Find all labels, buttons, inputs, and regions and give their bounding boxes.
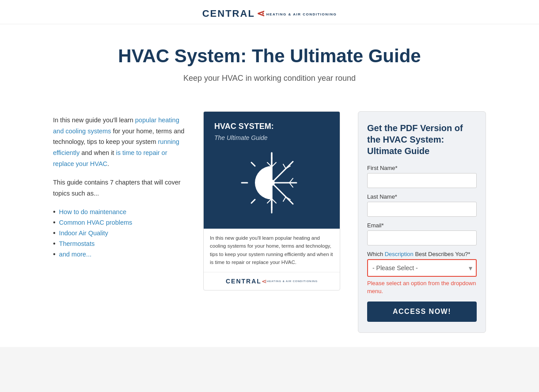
logo: CENTRAL⋖ HEATING & AIR CONDITIONING (202, 8, 337, 19)
last-name-input[interactable] (367, 202, 477, 217)
logo-tagline: HEATING & AIR CONDITIONING (266, 12, 337, 16)
email-label: Email* (367, 222, 477, 229)
center-column: HVAC SYSTEM: The Ultimate Guide (203, 111, 340, 333)
svg-line-14 (272, 183, 293, 204)
hero-subtitle: Keep your HVAC in working condition year… (9, 74, 530, 83)
email-input[interactable] (367, 230, 477, 245)
svg-line-4 (251, 162, 255, 166)
book-logo-text: CENTRAL (226, 278, 262, 285)
svg-line-13 (272, 162, 293, 183)
last-name-group: Last Name* (367, 193, 477, 217)
right-column: Get the PDF Version of the HVAC System: … (358, 111, 486, 333)
last-name-label: Last Name* (367, 193, 477, 200)
book-description: In this new guide you'll learn popular h… (204, 229, 340, 272)
book-cover-subtitle: The Ultimate Guide (214, 134, 329, 141)
form-card: Get the PDF Version of the HVAC System: … (358, 111, 486, 333)
book-cover: HVAC SYSTEM: The Ultimate Guide (204, 112, 340, 229)
book-cover-title: HVAC SYSTEM: (214, 121, 329, 132)
book-logo-icon: ⋖ (262, 278, 267, 285)
logo-text: CENTRAL (202, 8, 255, 19)
main-content: In this new guide you'll learn popular h… (0, 97, 539, 347)
hero-section: HVAC System: The Ultimate Guide Keep you… (0, 24, 539, 97)
error-message: Please select an option from the dropdow… (367, 279, 477, 295)
book-logo: CENTRAL⋖ HEATING & AIR CONDITIONING (204, 272, 340, 290)
list-item: and more... (53, 249, 186, 260)
signup-form: First Name* Last Name* Email* Which Desc… (367, 165, 477, 322)
list-item: How to do maintenance (53, 207, 186, 217)
svg-line-6 (251, 200, 255, 203)
intro-paragraph-1: In this new guide you'll learn popular h… (53, 115, 186, 169)
page-title: HVAC System: The Ultimate Guide (9, 45, 530, 67)
link-maintenance[interactable]: How to do maintenance (59, 208, 126, 215)
email-group: Email* (367, 222, 477, 245)
dropdown-label: Which Description Best Describes You?* (367, 251, 477, 257)
hvac-graphic (232, 148, 311, 215)
svg-line-24 (283, 197, 286, 201)
form-title: Get the PDF Version of the HVAC System: … (367, 122, 477, 157)
first-name-input[interactable] (367, 173, 477, 188)
book-logo-sub: HEATING & AIR CONDITIONING (267, 280, 318, 283)
first-name-group: First Name* (367, 165, 477, 188)
link-more[interactable]: and more... (59, 251, 91, 258)
svg-line-22 (283, 164, 286, 169)
svg-rect-8 (272, 148, 311, 215)
dropdown-group: Which Description Best Describes You?* -… (367, 251, 477, 295)
list-item: Indoor Air Quality (53, 228, 186, 238)
left-column: In this new guide you'll learn popular h… (53, 111, 186, 333)
intro-paragraph-2: This guide contains 7 chapters that will… (53, 177, 186, 199)
link-popular-systems[interactable]: popular heating and cooling systems (53, 117, 179, 135)
list-item: Common HVAC problems (53, 217, 186, 228)
first-name-label: First Name* (367, 165, 477, 171)
link-common-problems[interactable]: Common HVAC problems (59, 219, 133, 226)
submit-button[interactable]: ACCESS NOW! (367, 302, 477, 322)
link-air-quality[interactable]: Indoor Air Quality (59, 230, 108, 237)
logo-icon: ⋖ (257, 8, 265, 19)
site-header: CENTRAL⋖ HEATING & AIR CONDITIONING (0, 0, 539, 24)
list-item: Thermostats (53, 238, 186, 249)
description-select[interactable]: - Please Select - Homeowner Renter Contr… (367, 259, 477, 277)
topics-list: How to do maintenance Common HVAC proble… (53, 207, 186, 260)
book-card: HVAC SYSTEM: The Ultimate Guide (203, 111, 340, 290)
select-wrapper: - Please Select - Homeowner Renter Contr… (367, 259, 477, 277)
link-thermostats[interactable]: Thermostats (59, 240, 95, 247)
